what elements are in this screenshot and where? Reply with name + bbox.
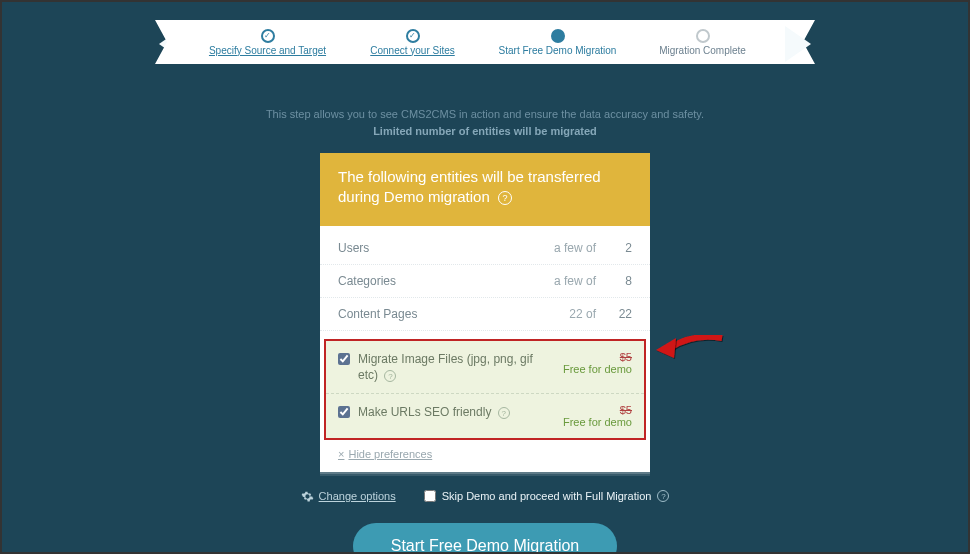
ribbon-tail-left <box>155 20 185 64</box>
ribbon-tail-right <box>785 20 815 64</box>
entities-card: The following entities will be transferr… <box>320 153 650 472</box>
dot-icon <box>551 29 565 43</box>
option-seo-urls[interactable]: Make URLs SEO friendly ? $5 Free for dem… <box>326 394 644 438</box>
table-row: Categories a few of 8 <box>320 265 650 298</box>
entity-mid: 22 of <box>569 307 596 321</box>
step-label: Specify Source and Target <box>209 45 326 56</box>
entity-mid: a few of <box>554 274 596 288</box>
dot-icon <box>696 29 710 43</box>
start-demo-migration-button[interactable]: Start Free Demo Migration <box>353 523 618 554</box>
option-label: Make URLs SEO friendly ? <box>358 404 555 420</box>
price-free: Free for demo <box>563 363 632 375</box>
check-icon <box>261 29 275 43</box>
skip-label: Skip Demo and proceed with Full Migratio… <box>442 490 652 502</box>
option-checkbox[interactable] <box>338 353 350 365</box>
option-migrate-images[interactable]: Migrate Image Files (jpg, png, gif etc) … <box>326 341 644 394</box>
table-row: Content Pages 22 of 22 <box>320 298 650 331</box>
entity-count: 22 <box>610 307 632 321</box>
card-title: The following entities will be transferr… <box>338 168 601 205</box>
check-icon <box>406 29 420 43</box>
step-label: Migration Complete <box>659 45 746 56</box>
step-source-target[interactable]: Specify Source and Target <box>195 29 340 56</box>
price-area: $5 Free for demo <box>563 404 632 428</box>
change-options-link[interactable]: Change options <box>301 490 396 503</box>
help-icon[interactable]: ? <box>384 370 396 382</box>
table-row: Users a few of 2 <box>320 232 650 265</box>
gear-icon <box>301 490 314 503</box>
step-connect-sites[interactable]: Connect your Sites <box>340 29 485 56</box>
price-strike: $5 <box>563 351 632 363</box>
demo-options-highlight: Migrate Image Files (jpg, png, gif etc) … <box>324 339 646 440</box>
entity-name: Users <box>338 241 554 255</box>
intro-line2: Limited number of entities will be migra… <box>2 123 968 140</box>
step-demo-migration[interactable]: Start Free Demo Migration <box>485 29 630 56</box>
step-label: Start Free Demo Migration <box>499 45 617 56</box>
step-migration-complete: Migration Complete <box>630 29 775 56</box>
intro-text: This step allows you to see CMS2CMS in a… <box>2 106 968 139</box>
entity-name: Content Pages <box>338 307 569 321</box>
card-header: The following entities will be transferr… <box>320 153 650 226</box>
skip-checkbox[interactable] <box>424 490 436 502</box>
entity-mid: a few of <box>554 241 596 255</box>
step-label: Connect your Sites <box>370 45 455 56</box>
price-free: Free for demo <box>563 416 632 428</box>
progress-ribbon: Specify Source and Target Connect your S… <box>185 20 785 64</box>
skip-demo-checkbox[interactable]: Skip Demo and proceed with Full Migratio… <box>424 490 670 502</box>
svg-marker-0 <box>656 338 676 358</box>
price-strike: $5 <box>563 404 632 416</box>
intro-line1: This step allows you to see CMS2CMS in a… <box>2 106 968 123</box>
help-icon[interactable]: ? <box>498 407 510 419</box>
entity-name: Categories <box>338 274 554 288</box>
help-icon[interactable]: ? <box>657 490 669 502</box>
help-icon[interactable]: ? <box>498 191 512 205</box>
option-checkbox[interactable] <box>338 406 350 418</box>
below-card-row: Change options Skip Demo and proceed wit… <box>165 490 805 503</box>
entity-count: 2 <box>610 241 632 255</box>
entity-rows: Users a few of 2 Categories a few of 8 C… <box>320 226 650 331</box>
entity-count: 8 <box>610 274 632 288</box>
price-area: $5 Free for demo <box>563 351 632 375</box>
hide-preferences-link[interactable]: ×Hide preferences <box>320 440 650 472</box>
option-label: Migrate Image Files (jpg, png, gif etc) … <box>358 351 555 383</box>
annotation-arrow-icon <box>652 328 732 368</box>
close-icon: × <box>338 448 344 460</box>
